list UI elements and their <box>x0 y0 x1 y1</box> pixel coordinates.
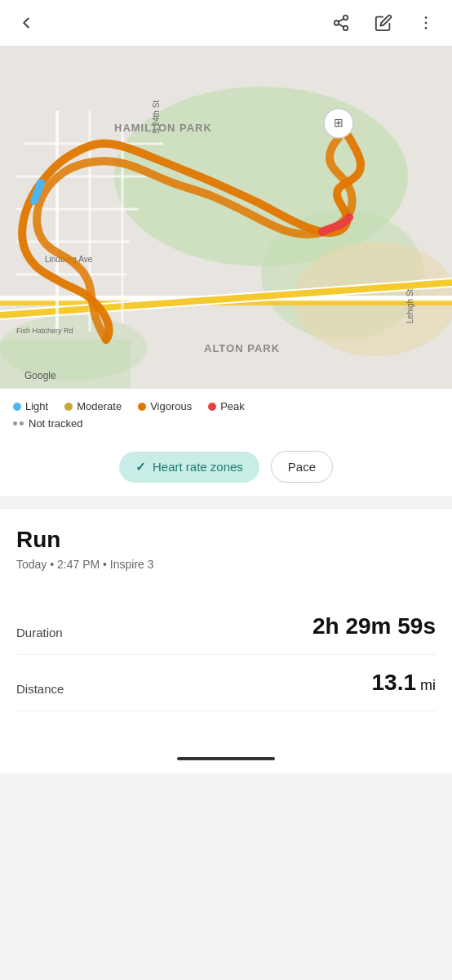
top-bar <box>0 0 452 46</box>
edit-button[interactable] <box>370 10 397 36</box>
duration-row: Duration 2h 29m 59s <box>16 599 436 655</box>
svg-text:Google: Google <box>24 370 56 381</box>
light-dot <box>13 403 21 411</box>
heart-rate-zones-button[interactable]: ✓ Heart rate zones <box>119 452 259 483</box>
vigorous-dot <box>138 403 146 411</box>
svg-text:ALTON PARK: ALTON PARK <box>204 342 280 354</box>
bottom-indicator <box>0 744 452 773</box>
svg-point-7 <box>425 27 428 29</box>
home-indicator <box>177 757 275 760</box>
legend-light: Light <box>13 400 48 412</box>
svg-line-3 <box>339 24 343 27</box>
moderate-dot <box>64 403 73 411</box>
svg-point-12 <box>0 315 147 381</box>
distance-label: Distance <box>16 682 64 696</box>
legend-vigorous-label: Vigorous <box>150 400 192 412</box>
legend-peak: Peak <box>208 400 245 412</box>
bottom-spacer <box>0 711 452 744</box>
distance-value: 13.1 mi <box>372 670 436 696</box>
back-button[interactable] <box>13 10 39 36</box>
legend-moderate: Moderate <box>64 400 122 412</box>
legend-vigorous: Vigorous <box>138 400 192 412</box>
not-tracked-row: Not tracked <box>13 417 439 430</box>
button-row: ✓ Heart rate zones Pace <box>0 438 452 496</box>
distance-row: Distance 13.1 mi <box>16 655 436 711</box>
check-icon: ✓ <box>135 460 146 474</box>
legend-container: Light Moderate Vigorous Peak Not tracked <box>0 389 452 438</box>
svg-text:HAMILTON PARK: HAMILTON PARK <box>114 122 212 134</box>
svg-text:⊞: ⊞ <box>334 116 343 129</box>
legend-light-label: Light <box>25 400 48 412</box>
legend-moderate-label: Moderate <box>77 400 122 412</box>
section-divider <box>0 496 452 502</box>
pace-label: Pace <box>288 460 316 474</box>
duration-value: 2h 29m 59s <box>312 613 436 639</box>
svg-point-5 <box>425 16 428 19</box>
svg-text:Fish Hatchery Rd: Fish Hatchery Rd <box>16 327 73 335</box>
not-tracked-label: Not tracked <box>29 417 82 430</box>
activity-title: Run <box>16 527 436 553</box>
pace-button[interactable]: Pace <box>271 451 333 483</box>
stats-section: Duration 2h 29m 59s Distance 13.1 mi <box>0 599 452 711</box>
legend-row: Light Moderate Vigorous Peak <box>13 400 439 412</box>
svg-line-4 <box>339 19 343 22</box>
share-button[interactable] <box>328 10 354 36</box>
not-tracked-dots-icon <box>13 421 24 425</box>
legend-peak-label: Peak <box>220 400 245 412</box>
svg-point-6 <box>425 22 428 24</box>
more-button[interactable] <box>413 10 439 36</box>
peak-dot <box>208 403 216 411</box>
svg-text:Lehigh St: Lehigh St <box>405 289 414 323</box>
activity-section: Run Today • 2:47 PM • Inspire 3 <box>0 509 452 599</box>
activity-subtitle: Today • 2:47 PM • Inspire 3 <box>16 558 436 571</box>
duration-label: Duration <box>16 626 63 639</box>
map-container: S 24th St Lindberg Ave Fish Hatchery Rd … <box>0 46 452 389</box>
heart-rate-zones-label: Heart rate zones <box>153 460 243 474</box>
